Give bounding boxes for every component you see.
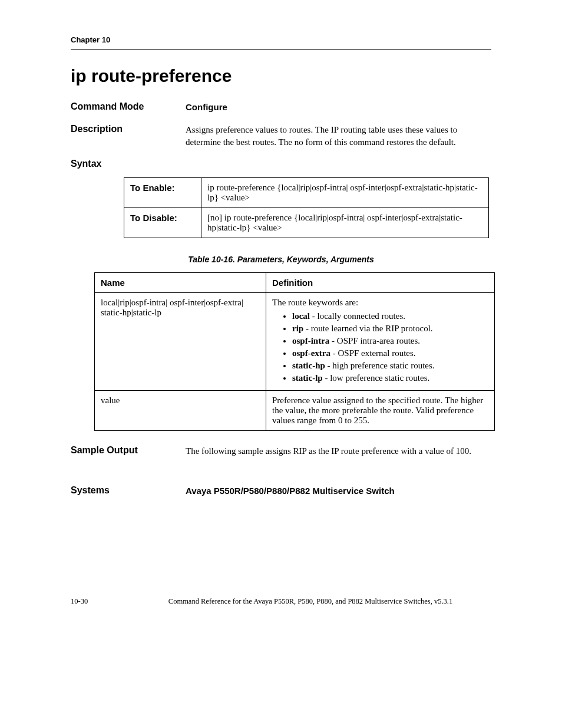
keyword-item: ospf-extra - OSPF external routes. xyxy=(292,348,488,358)
description-text: Assigns preference values to routes. The… xyxy=(186,124,491,148)
keyword-item: rip - route learned via the RIP protocol… xyxy=(292,324,488,334)
chapter-label: Chapter 10 xyxy=(71,35,491,44)
params-caption: Table 10-16. Parameters, Keywords, Argum… xyxy=(71,255,491,264)
params-table: Name Definition local|rip|ospf-intra| os… xyxy=(94,272,495,431)
keyword-name: ospf-extra xyxy=(292,348,330,358)
syntax-enable-label: To Enable: xyxy=(124,177,201,207)
params-row0-definition: The route keywords are: local - locally … xyxy=(266,292,495,390)
syntax-row-enable: To Enable: ip route-preference {local|ri… xyxy=(124,177,489,207)
keyword-desc: - route learned via the RIP protocol. xyxy=(303,324,432,333)
keyword-intro: The route keywords are: xyxy=(272,298,488,308)
params-header-name: Name xyxy=(95,272,266,292)
params-row-value: value Preference value assigned to the s… xyxy=(95,390,495,430)
command-mode-label: Command Mode xyxy=(71,101,186,112)
keyword-desc: - OSPF intra-area routes. xyxy=(329,336,420,345)
syntax-row-disable: To Disable: [no] ip route-preference {lo… xyxy=(124,207,489,238)
systems-value: Avaya P550R/P580/P880/P882 Multiservice … xyxy=(186,485,491,497)
params-row-keywords: local|rip|ospf-intra| ospf-inter|ospf-ex… xyxy=(95,292,495,390)
command-mode-row: Command Mode Configure xyxy=(71,101,491,113)
sample-output-label: Sample Output xyxy=(71,445,186,456)
params-row0-name: local|rip|ospf-intra| ospf-inter|ospf-ex… xyxy=(95,292,266,390)
syntax-disable-label: To Disable: xyxy=(124,207,201,238)
keyword-name: rip xyxy=(292,324,303,333)
keyword-item: static-lp - low preference static routes… xyxy=(292,373,488,383)
keyword-name: ospf-intra xyxy=(292,336,329,345)
params-row1-name: value xyxy=(95,390,266,430)
header-rule xyxy=(71,49,491,50)
syntax-enable-text: ip route-preference {local|rip|ospf-intr… xyxy=(201,177,489,207)
keyword-item: ospf-intra - OSPF intra-area routes. xyxy=(292,336,488,346)
command-title: ip route-preference xyxy=(71,66,491,86)
systems-row: Systems Avaya P550R/P580/P880/P882 Multi… xyxy=(71,485,491,497)
book-title: Command Reference for the Avaya P550R, P… xyxy=(130,597,491,606)
keyword-name: static-hp xyxy=(292,361,325,370)
systems-label: Systems xyxy=(71,485,186,496)
keyword-desc: - low preference static routes. xyxy=(323,373,430,383)
page-number: 10-30 xyxy=(71,597,88,606)
sample-output-row: Sample Output The following sample assig… xyxy=(71,445,491,457)
keyword-desc: - locally connected routes. xyxy=(310,311,405,321)
params-header-definition: Definition xyxy=(266,272,495,292)
keyword-name: local xyxy=(292,311,310,321)
keyword-name: static-lp xyxy=(292,373,323,383)
description-row: Description Assigns preference values to… xyxy=(71,124,491,148)
syntax-heading: Syntax xyxy=(71,159,491,169)
sample-output-text: The following sample assigns RIP as the … xyxy=(186,445,491,457)
keyword-list: local - locally connected routes. rip - … xyxy=(272,311,488,383)
keyword-item: local - locally connected routes. xyxy=(292,311,488,321)
params-row1-definition: Preference value assigned to the specifi… xyxy=(266,390,495,430)
command-mode-value: Configure xyxy=(186,101,491,113)
keyword-desc: - OSPF external routes. xyxy=(330,348,416,358)
keyword-item: static-hp - high preference static route… xyxy=(292,361,488,371)
syntax-disable-text: [no] ip route-preference {local|rip|ospf… xyxy=(201,207,489,238)
syntax-table: To Enable: ip route-preference {local|ri… xyxy=(124,177,489,238)
params-header-row: Name Definition xyxy=(95,272,495,292)
description-label: Description xyxy=(71,124,186,134)
keyword-desc: - high preference static routes. xyxy=(325,361,435,370)
